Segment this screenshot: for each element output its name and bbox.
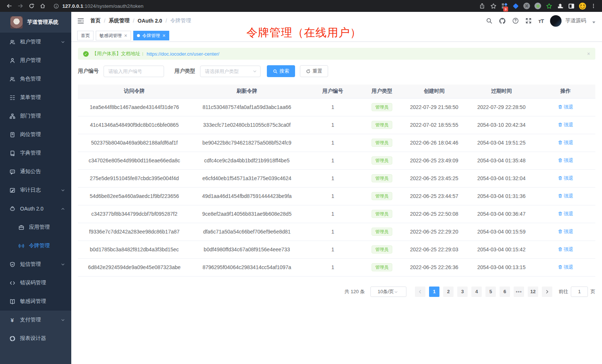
sidebar-item-user[interactable]: 用户管理 <box>0 51 71 70</box>
search-button[interactable]: 搜索 <box>267 65 295 77</box>
avatar[interactable] <box>550 15 562 27</box>
browser-back-icon[interactable] <box>4 1 15 11</box>
sidebar-item-menu[interactable]: 菜单管理 <box>0 88 71 107</box>
page-button-5[interactable]: 5 <box>485 287 496 297</box>
recorder-extension-icon[interactable] <box>533 1 543 11</box>
sidebar-item-report-designer[interactable]: 报表设计器 <box>0 329 71 348</box>
sidebar-item-dept[interactable]: 部门管理 <box>0 107 71 125</box>
sidebar-item-sensitive-word[interactable]: 敏感词管理 <box>0 292 71 311</box>
extension-grid-icon[interactable]: 9 <box>500 1 509 11</box>
chevron-down-icon <box>60 188 65 193</box>
force-logout-button[interactable]: 强退 <box>558 211 573 217</box>
actions-cell: 强退 <box>536 134 595 152</box>
sidebar-item-audit-log[interactable]: 审计日志 <box>0 181 71 199</box>
search-icon[interactable] <box>486 17 493 24</box>
breadcrumb-item[interactable]: OAuth 2.0 <box>138 18 162 24</box>
sidebar-item-oauth2-token[interactable]: 令牌管理 <box>0 236 71 255</box>
star-extension-icon[interactable] <box>544 1 554 11</box>
prev-page-button[interactable] <box>415 287 425 297</box>
force-logout-button[interactable]: 强退 <box>558 193 573 199</box>
tab-sensitive-word[interactable]: 敏感词管理✕ <box>96 31 131 40</box>
page-button-3[interactable]: 3 <box>457 287 468 297</box>
breadcrumb-item[interactable]: 首页 <box>90 17 101 24</box>
fullscreen-icon[interactable] <box>525 17 532 24</box>
goto-page-input[interactable] <box>571 287 588 297</box>
actions-cell: 强退 <box>536 152 595 169</box>
alert-doc-link[interactable]: https://doc.iocoder.cn/user-center/ <box>147 51 219 57</box>
browser-reload-icon[interactable] <box>26 1 37 11</box>
force-logout-button[interactable]: 强退 <box>558 104 573 110</box>
table-row: 41c41346a548490f9dc8b01c6bfe0865333ecfc7… <box>78 116 595 134</box>
more-pages-button[interactable]: ••• <box>514 287 524 297</box>
sidebar-item-error-code[interactable]: 错误码管理 <box>0 274 71 292</box>
created-time-cell: 2022-06-25 22:26:36 <box>401 258 467 276</box>
sidebar-toggle-icon[interactable] <box>77 17 84 24</box>
column-header: 过期时间 <box>467 85 536 98</box>
side-panel-icon[interactable] <box>566 1 576 11</box>
username[interactable]: 芋道源码 <box>565 17 586 24</box>
tab-close-icon[interactable]: ✕ <box>162 33 166 38</box>
sidebar-item-pay[interactable]: ¥支付管理 <box>0 311 71 329</box>
help-icon[interactable] <box>512 17 519 24</box>
page-button-2[interactable]: 2 <box>443 287 454 297</box>
page-button-4[interactable]: 4 <box>471 287 482 297</box>
sidebar-item-sms[interactable]: 短信管理 <box>0 255 71 274</box>
bookmark-star-icon[interactable] <box>488 1 498 11</box>
sidebar-item-tenant[interactable]: 租户管理 <box>0 33 71 51</box>
extensions-puzzle-icon[interactable] <box>555 1 565 11</box>
created-time-cell: 2022-06-25 23:44:57 <box>401 187 467 205</box>
user-type-select[interactable] <box>200 66 261 77</box>
page-button-1[interactable]: 1 <box>429 287 439 297</box>
code-icon <box>9 279 16 286</box>
sidebar-header[interactable]: 芋道管理系统 <box>0 12 71 33</box>
page-size-select[interactable]: 10条/页 <box>370 287 406 297</box>
sidebar-item-notice[interactable]: 通知公告 <box>0 162 71 181</box>
sidebar-item-label: 支付管理 <box>20 317 41 323</box>
address-bar[interactable]: 127.0.0.1:1024/system/oauth2/token <box>53 3 477 9</box>
sidebar-item-dict[interactable]: 字典管理 <box>0 144 71 162</box>
sidebar-item-post[interactable]: 岗位管理 <box>0 125 71 144</box>
caret-down-icon[interactable] <box>592 21 595 23</box>
signal-icon <box>18 242 24 249</box>
page-button-12[interactable]: 12 <box>528 287 538 297</box>
trash-icon <box>558 193 563 198</box>
next-page-button[interactable] <box>542 287 552 297</box>
site-info-icon[interactable] <box>53 3 59 9</box>
gem-extension-icon[interactable] <box>511 1 520 11</box>
browser-forward-icon[interactable] <box>15 1 26 11</box>
user-id-cell: 1 <box>303 169 362 187</box>
breadcrumb-item[interactable]: 系统管理 <box>109 17 130 24</box>
profile-emoji-icon[interactable] <box>578 1 587 11</box>
user-id-input[interactable] <box>104 66 164 77</box>
force-logout-button[interactable]: 强退 <box>558 122 573 128</box>
tab-token[interactable]: 令牌管理✕ <box>133 31 169 40</box>
sidebar-item-oauth2[interactable]: OAuth 2.0 <box>0 199 71 218</box>
force-logout-button[interactable]: 强退 <box>558 175 573 182</box>
trash-icon <box>558 247 563 252</box>
force-logout-button[interactable]: 强退 <box>558 157 573 164</box>
browser-menu-icon[interactable] <box>589 1 598 11</box>
edit-icon <box>9 187 16 193</box>
refresh-token-cell: 811c530487574fa0af1a59d3abc1aa66 <box>191 98 303 116</box>
force-logout-button[interactable]: 强退 <box>558 139 573 146</box>
sidebar-item-role[interactable]: 角色管理 <box>0 70 71 88</box>
force-logout-button[interactable]: 强退 <box>558 246 573 253</box>
github-icon[interactable] <box>499 17 506 24</box>
sidebar-item-label: 通知公告 <box>20 168 41 175</box>
command-extension-icon[interactable]: ⌘ <box>522 1 531 11</box>
user-type-cell: 管理员 <box>363 116 402 134</box>
font-size-icon[interactable]: тT <box>538 18 544 24</box>
reset-button[interactable]: 重置 <box>300 65 328 77</box>
sidebar-item-oauth2-app[interactable]: 应用管理 <box>0 218 71 236</box>
tab-home[interactable]: 首页 <box>77 31 94 40</box>
page-button-6[interactable]: 6 <box>500 287 510 297</box>
expire-time-cell: 2054-03-04 00:15:42 <box>467 241 536 258</box>
alert-close-icon[interactable]: × <box>587 51 590 57</box>
browser-home-icon[interactable] <box>37 1 48 11</box>
tab-close-icon[interactable]: ✕ <box>124 33 127 38</box>
sidebar-item-label: 角色管理 <box>20 76 41 82</box>
force-logout-button[interactable]: 强退 <box>558 264 573 271</box>
share-icon[interactable] <box>477 1 487 11</box>
force-logout-button[interactable]: 强退 <box>558 228 573 235</box>
ring-icon <box>9 335 16 342</box>
